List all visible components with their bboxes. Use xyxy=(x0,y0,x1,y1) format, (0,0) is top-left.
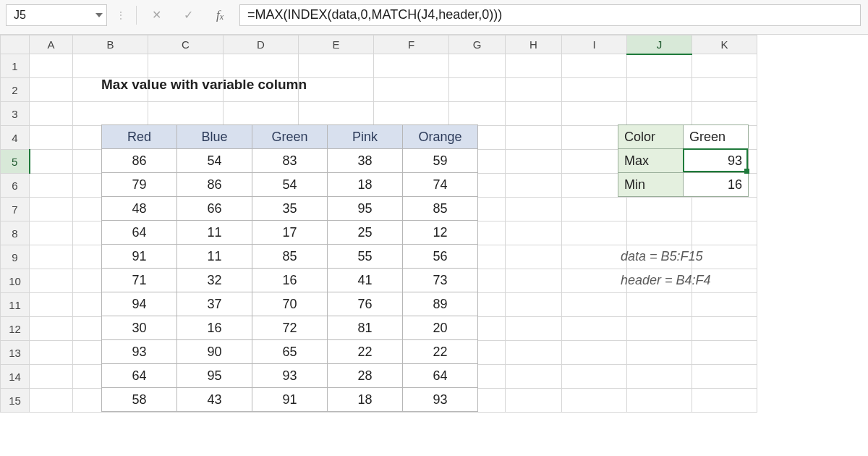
data-cell[interactable]: 32 xyxy=(177,269,252,292)
data-cell[interactable]: 58 xyxy=(102,388,177,412)
col-header[interactable]: A xyxy=(30,35,73,54)
cell[interactable] xyxy=(148,102,224,126)
cell[interactable] xyxy=(30,245,73,269)
lookup-max-value[interactable]: 93 xyxy=(684,149,749,173)
data-cell[interactable]: 90 xyxy=(177,340,252,364)
cell[interactable] xyxy=(30,341,73,365)
row-header[interactable]: 15 xyxy=(1,389,30,413)
data-cell[interactable]: 72 xyxy=(252,316,328,340)
cell[interactable] xyxy=(692,54,757,78)
cell[interactable] xyxy=(562,150,627,174)
cell[interactable] xyxy=(449,54,506,78)
data-cell[interactable]: 85 xyxy=(403,197,478,221)
col-header[interactable]: B xyxy=(73,35,148,54)
cell[interactable] xyxy=(148,54,224,78)
cell[interactable] xyxy=(562,78,627,102)
cell[interactable] xyxy=(627,341,692,365)
cell[interactable] xyxy=(506,126,562,150)
cell[interactable] xyxy=(30,293,73,317)
data-cell[interactable]: 48 xyxy=(102,197,177,221)
cell[interactable] xyxy=(224,54,299,78)
data-cell[interactable]: 86 xyxy=(177,173,252,197)
select-all-corner[interactable] xyxy=(1,35,30,54)
row-header[interactable]: 12 xyxy=(1,317,30,341)
data-cell[interactable]: 76 xyxy=(328,292,403,316)
cell[interactable] xyxy=(30,174,73,198)
cell[interactable] xyxy=(506,102,562,126)
data-cell[interactable]: 37 xyxy=(177,292,252,316)
row-header[interactable]: 5 xyxy=(1,150,30,174)
cell[interactable] xyxy=(562,389,627,413)
data-cell[interactable]: 66 xyxy=(177,197,252,221)
cell[interactable] xyxy=(449,102,506,126)
cell[interactable] xyxy=(562,221,627,245)
data-cell[interactable]: 17 xyxy=(252,221,328,245)
row-header[interactable]: 4 xyxy=(1,126,30,150)
cell[interactable] xyxy=(627,198,692,221)
data-cell[interactable]: 28 xyxy=(328,364,403,388)
cell[interactable] xyxy=(506,150,562,174)
cell[interactable] xyxy=(374,54,449,78)
data-cell[interactable]: 22 xyxy=(328,340,403,364)
cell[interactable] xyxy=(562,174,627,198)
cell[interactable] xyxy=(562,198,627,221)
cell[interactable] xyxy=(506,389,562,413)
cell[interactable] xyxy=(692,389,757,413)
row-header[interactable]: 2 xyxy=(1,78,30,102)
cell[interactable] xyxy=(30,102,73,126)
row-header[interactable]: 10 xyxy=(1,269,30,293)
data-cell[interactable]: 22 xyxy=(403,340,478,364)
cell[interactable] xyxy=(627,102,692,126)
cell[interactable] xyxy=(224,102,299,126)
data-cell[interactable]: 93 xyxy=(252,364,328,388)
data-cell[interactable]: 56 xyxy=(403,245,478,269)
cell[interactable] xyxy=(30,126,73,150)
enter-icon[interactable]: ✓ xyxy=(176,5,200,25)
cell[interactable] xyxy=(299,102,374,126)
cell[interactable] xyxy=(73,102,148,126)
cell[interactable] xyxy=(692,221,757,245)
data-cell[interactable]: 64 xyxy=(102,221,177,245)
row-header[interactable]: 3 xyxy=(1,102,30,126)
data-cell[interactable]: 95 xyxy=(328,197,403,221)
row-header[interactable]: 7 xyxy=(1,198,30,221)
cell[interactable] xyxy=(562,365,627,389)
data-cell[interactable]: 25 xyxy=(328,221,403,245)
cell[interactable] xyxy=(506,198,562,221)
cell[interactable] xyxy=(374,78,449,102)
lookup-color-value[interactable]: Green xyxy=(684,125,749,149)
cell[interactable] xyxy=(692,317,757,341)
cell[interactable] xyxy=(30,389,73,413)
col-header[interactable]: K xyxy=(692,35,757,54)
cell[interactable] xyxy=(73,54,148,78)
data-cell[interactable]: 94 xyxy=(102,292,177,316)
data-cell[interactable]: 11 xyxy=(177,221,252,245)
data-cell[interactable]: 16 xyxy=(252,269,328,292)
col-header[interactable]: G xyxy=(449,35,506,54)
data-cell[interactable]: 86 xyxy=(102,149,177,173)
cell[interactable] xyxy=(506,221,562,245)
cell[interactable] xyxy=(692,198,757,221)
col-header[interactable]: H xyxy=(506,35,562,54)
cell[interactable] xyxy=(506,245,562,269)
data-cell[interactable]: 18 xyxy=(328,388,403,412)
data-cell[interactable]: 95 xyxy=(177,364,252,388)
data-cell[interactable]: 65 xyxy=(252,340,328,364)
cell[interactable] xyxy=(30,54,73,78)
row-header[interactable]: 13 xyxy=(1,341,30,365)
data-cell[interactable]: 20 xyxy=(403,316,478,340)
cell[interactable] xyxy=(562,102,627,126)
cell[interactable] xyxy=(562,269,627,293)
cell[interactable] xyxy=(692,293,757,317)
data-cell[interactable]: 70 xyxy=(252,292,328,316)
col-header[interactable]: E xyxy=(299,35,374,54)
cell[interactable] xyxy=(30,198,73,221)
cell[interactable] xyxy=(627,365,692,389)
cell[interactable] xyxy=(506,269,562,293)
col-header[interactable]: F xyxy=(374,35,449,54)
data-cell[interactable]: 43 xyxy=(177,388,252,412)
data-cell[interactable]: 30 xyxy=(102,316,177,340)
cancel-icon[interactable]: ✕ xyxy=(144,5,169,25)
worksheet-grid[interactable]: A B C D E F G H I J K 123456789101112131… xyxy=(0,35,868,413)
data-cell[interactable]: 54 xyxy=(177,149,252,173)
